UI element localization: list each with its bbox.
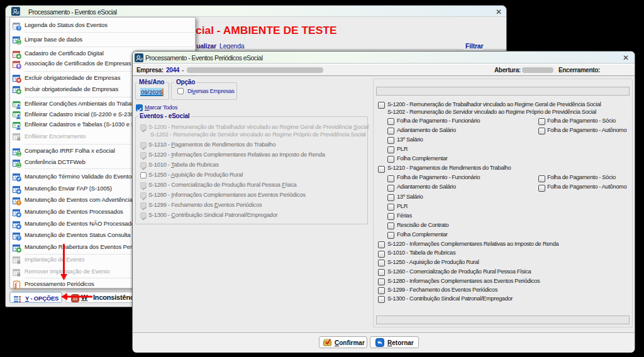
svg-text:a: a — [17, 10, 19, 14]
svg-text:?: ? — [18, 235, 21, 241]
svg-text:?: ? — [18, 25, 21, 31]
svg-text:a: a — [140, 57, 143, 61]
